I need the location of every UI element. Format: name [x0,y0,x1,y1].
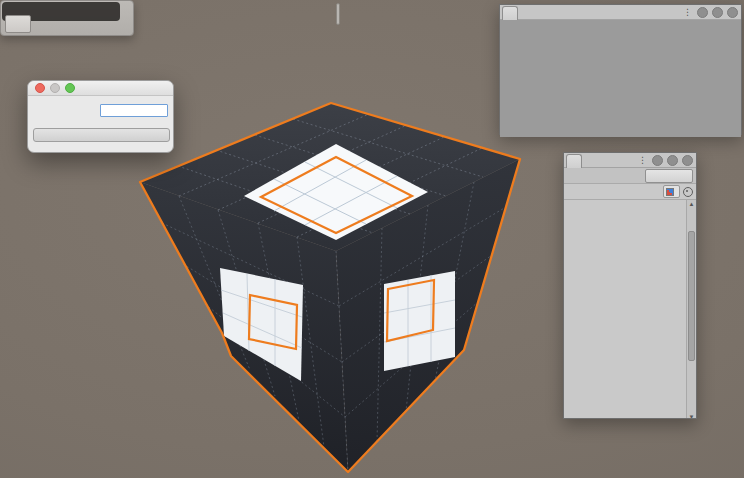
palette-scrollbar[interactable]: ▲ ▼ [686,200,696,419]
minimize-button[interactable] [50,83,60,93]
palette-object-field[interactable] [663,185,680,198]
window-circle-icon[interactable] [682,155,693,166]
panel-menu-icon[interactable]: ⋮ [683,8,692,17]
scene-viewport[interactable]: ⋮ ⋮ [0,0,744,478]
window-circle-icon[interactable] [727,7,738,18]
tab-probuilder[interactable] [502,6,518,20]
palette-asset-icon [666,188,674,196]
panel-menu-icon[interactable]: ⋮ [638,156,647,165]
probuilder-panel[interactable]: ⋮ [499,4,742,135]
zoom-button[interactable] [65,83,75,93]
weld-vertices-button[interactable] [33,128,170,142]
window-circle-icon[interactable] [697,7,708,18]
vertex-colors-header: ⋮ [564,153,696,168]
scroll-up-icon[interactable]: ▲ [687,200,696,208]
edit-mode-toolbar [336,3,340,25]
vertex-colors-panel[interactable]: ⋮ ▲ ▼ [563,152,697,419]
weld-distance-input[interactable] [100,104,168,117]
reset-button[interactable] [645,169,693,183]
window-circle-icon[interactable] [667,155,678,166]
scrollbar-thumb[interactable] [688,231,695,361]
scroll-down-icon[interactable]: ▼ [687,413,696,419]
window-circle-icon[interactable] [652,155,663,166]
right-window[interactable] [384,271,455,371]
tab-vertex-colors[interactable] [566,154,582,168]
options-titlebar[interactable] [28,81,173,96]
options-window[interactable] [27,80,174,153]
window-circle-icon[interactable] [712,7,723,18]
object-picker-icon[interactable] [683,187,693,197]
probuilder-header: ⋮ [500,5,741,20]
close-button[interactable] [35,83,45,93]
orientation-tool-button[interactable] [5,15,31,33]
